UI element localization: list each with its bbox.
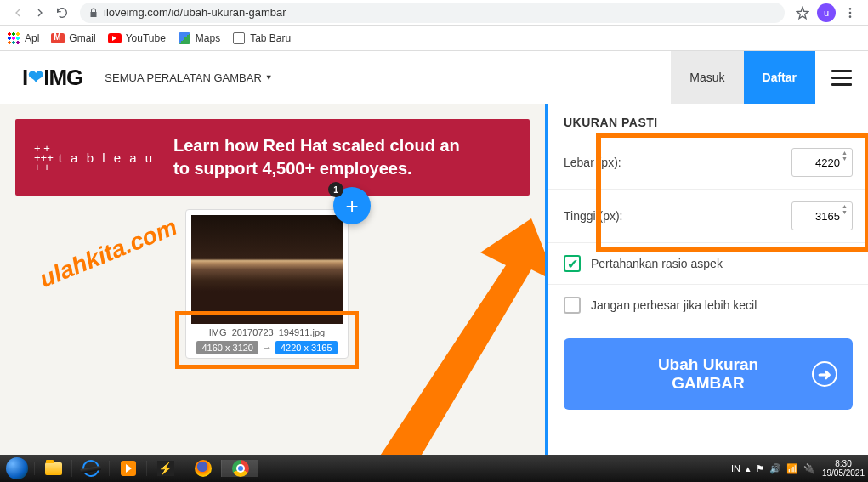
canvas-area: + +++++ + t a b l e a u Learn how Red Ha… — [0, 104, 545, 455]
bookmark-star-button[interactable] — [791, 2, 814, 24]
taskbar-chrome[interactable] — [221, 460, 258, 477]
bookmarks-bar: Apl Gmail YouTube Maps Tab Baru — [0, 26, 868, 51]
taskbar-wmp[interactable] — [109, 461, 146, 476]
app-header: I❤IMG SEMUA PERALATAN GAMBAR▼ Masuk Daft… — [0, 51, 868, 104]
tray-network-icon[interactable]: 📶 — [786, 463, 798, 474]
image-card[interactable]: IMG_20170723_194911.jpg 4160 x 3120 → 42… — [185, 209, 349, 359]
tools-dropdown[interactable]: SEMUA PERALATAN GAMBAR▼ — [105, 71, 272, 84]
width-spinner[interactable]: ▲▼ — [842, 150, 851, 175]
ie-icon — [81, 458, 100, 478]
keep-ratio-row[interactable]: ✔ Pertahankan rasio aspek — [548, 243, 868, 285]
tray-flag-icon[interactable]: ⚑ — [756, 463, 764, 474]
gmail-icon — [51, 31, 65, 45]
browser-menu-button[interactable] — [839, 2, 861, 24]
lock-icon — [88, 8, 99, 18]
maps-icon — [178, 31, 191, 45]
nav-reload-button[interactable] — [51, 2, 73, 24]
folder-icon — [45, 462, 62, 475]
nav-back-button[interactable] — [7, 2, 29, 24]
url-text: iloveimg.com/id/ubah-ukuran-gambar — [104, 6, 286, 19]
arrow-right-icon: → — [262, 342, 272, 354]
firefox-icon — [195, 460, 212, 477]
height-row: Tinggi (px): ▲▼ — [548, 190, 868, 243]
login-button[interactable]: Masuk — [671, 51, 743, 104]
ad-brand: + +++++ + t a b l e a u — [34, 144, 155, 172]
tray-up-icon[interactable]: ▴ — [746, 463, 751, 474]
menu-button[interactable] — [815, 51, 868, 104]
height-label: Tinggi (px): — [564, 209, 791, 223]
windows-orb-icon — [6, 457, 28, 479]
taskbar-explorer[interactable] — [34, 462, 71, 475]
heart-icon: ❤ — [28, 66, 43, 88]
tray-volume-icon[interactable]: 🔊 — [769, 463, 781, 474]
profile-avatar[interactable]: u — [817, 3, 836, 22]
no-enlarge-checkbox[interactable]: ✔ — [564, 297, 581, 314]
windows-taskbar: ⚡ IN ▴ ⚑ 🔊 📶 🔌 8:30 19/05/2021 — [0, 455, 868, 482]
height-spinner[interactable]: ▲▼ — [842, 203, 851, 229]
bookmark-gmail[interactable]: Gmail — [51, 31, 95, 45]
taskbar-ie[interactable] — [71, 460, 109, 477]
youtube-icon — [108, 31, 122, 45]
address-bar[interactable]: iloveimg.com/id/ubah-ukuran-gambar — [80, 3, 785, 23]
taskbar-winamp[interactable]: ⚡ — [146, 461, 184, 476]
tableau-cross-icon: + +++++ + — [34, 144, 54, 172]
start-button[interactable] — [0, 457, 34, 479]
taskbar-clock[interactable]: 8:30 19/05/2021 — [822, 459, 865, 479]
image-thumbnail — [191, 215, 343, 324]
svg-point-2 — [849, 15, 852, 18]
keep-ratio-label: Pertahankan rasio aspek — [591, 257, 853, 270]
app-logo[interactable]: I❤IMG — [22, 65, 82, 91]
no-enlarge-row[interactable]: ✔ Jangan perbesar jika lebih kecil — [548, 285, 868, 326]
no-enlarge-label: Jangan perbesar jika lebih kecil — [591, 298, 853, 312]
taskbar-firefox[interactable] — [184, 460, 221, 477]
width-label: Lebar (px): — [564, 156, 791, 169]
apps-grid-icon — [7, 31, 20, 45]
keep-ratio-checkbox[interactable]: ✔ — [564, 255, 581, 272]
bookmark-youtube[interactable]: YouTube — [108, 31, 166, 45]
svg-point-0 — [849, 8, 852, 10]
tray-lang[interactable]: IN — [731, 463, 740, 473]
file-name: IMG_20170723_194911.jpg — [191, 327, 343, 337]
resize-cta-button[interactable]: Ubah Ukuran GAMBAR ➜ — [564, 338, 853, 410]
bookmark-maps[interactable]: Maps — [178, 31, 220, 45]
file-count-badge: 1 — [328, 182, 343, 197]
bookmark-newtab[interactable]: Tab Baru — [232, 31, 291, 45]
browser-toolbar: iloveimg.com/id/ubah-ukuran-gambar u — [0, 0, 868, 26]
signup-button[interactable]: Daftar — [744, 51, 815, 104]
size-new: 4220 x 3165 — [275, 341, 338, 354]
width-row: Lebar (px): ▲▼ — [548, 136, 868, 190]
winamp-icon: ⚡ — [157, 461, 174, 476]
tray-action-icon[interactable]: 🔌 — [803, 463, 815, 474]
size-row: 4160 x 3120 → 4220 x 3165 — [191, 341, 343, 354]
system-tray[interactable]: IN ▴ ⚑ 🔊 📶 🔌 — [731, 463, 815, 474]
plus-icon: + — [345, 193, 358, 219]
ad-text: Learn how Red Hat scaled cloud an to sup… — [173, 134, 460, 180]
resize-panel: UKURAN PASTI Lebar (px): ▲▼ Tinggi (px):… — [545, 104, 868, 455]
ad-banner[interactable]: + +++++ + t a b l e a u Learn how Red Ha… — [15, 119, 530, 196]
arrow-circle-icon: ➜ — [812, 361, 837, 387]
annotation-arrow — [340, 189, 545, 455]
watermark: ulahkita.com — [36, 213, 181, 293]
nav-forward-button[interactable] — [29, 2, 51, 24]
newtab-icon — [232, 31, 246, 45]
svg-point-1 — [849, 11, 852, 14]
svg-marker-3 — [366, 218, 545, 455]
bookmark-apps[interactable]: Apl — [7, 31, 39, 45]
size-original: 4160 x 3120 — [196, 341, 258, 354]
caret-down-icon: ▼ — [265, 73, 273, 82]
panel-title: UKURAN PASTI — [548, 104, 868, 136]
add-image-button[interactable]: + 1 — [333, 187, 371, 224]
wmp-icon — [121, 461, 136, 476]
chrome-icon — [232, 460, 249, 477]
